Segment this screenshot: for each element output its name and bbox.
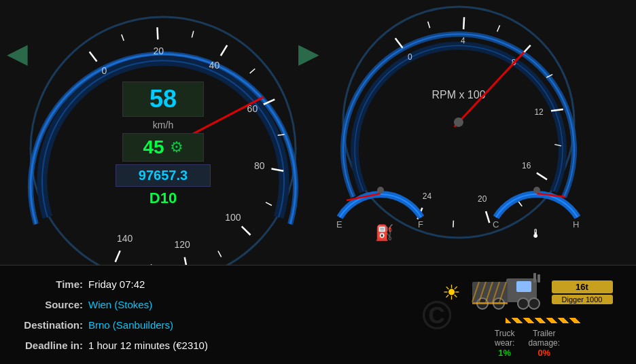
svg-text:120: 120 [175, 239, 191, 250]
cargo-box: 16t Digger 1000 [552, 280, 613, 304]
right-spacer [591, 0, 636, 265]
svg-text:20: 20 [478, 194, 487, 204]
rpm-section: 04812162024 RPM x 100 E F [326, 0, 591, 265]
deadline-row: Deadline in: 1 hour 12 minutes (€2310) [14, 340, 405, 351]
speed-value: 58 [149, 85, 177, 113]
svg-line-1 [90, 52, 97, 61]
svg-text:140: 140 [117, 233, 133, 244]
right-arrow: ▶ [298, 37, 319, 69]
svg-rect-67 [533, 273, 536, 283]
trailer-damage-value: 0% [537, 348, 550, 358]
cargo-weight: 16t [552, 280, 613, 293]
svg-line-4 [192, 31, 193, 38]
deadline-value: 1 hour 12 minutes (€2310) [88, 340, 208, 351]
dest-value: Brno (Sanbuilders) [88, 319, 173, 331]
svg-point-51 [377, 187, 384, 194]
cruise-icon: ⚙ [170, 139, 183, 156]
truck-row: ☀ [442, 272, 613, 312]
svg-text:24: 24 [423, 192, 432, 201]
dest-row: Destination: Brno (Sanbuilders) [14, 319, 405, 331]
left-arrow: ◀ [7, 37, 28, 69]
speedometer: ◀ ▶ 020406080100120140 [0, 0, 326, 265]
deadline-label: Deadline in: [14, 340, 88, 351]
svg-line-36 [518, 201, 522, 206]
svg-line-10 [266, 202, 272, 206]
dest-label: Destination: [14, 319, 88, 331]
svg-line-5 [221, 46, 227, 56]
svg-text:20: 20 [153, 46, 164, 56]
cargo-name: Digger 1000 [552, 295, 613, 304]
svg-line-37 [486, 211, 489, 223]
svg-text:F: F [418, 219, 423, 230]
info-panel: Time: Friday 07:42 Source: Wien (Stokes)… [0, 266, 419, 364]
trailer-damage-label: Trailer [533, 329, 556, 338]
svg-text:🌡: 🌡 [530, 227, 542, 240]
cruise-value: 45 [143, 136, 164, 158]
source-row: Source: Wien (Stokes) [14, 299, 405, 310]
svg-rect-68 [537, 274, 540, 283]
truck-svg [469, 272, 544, 312]
svg-text:E: E [336, 219, 342, 230]
svg-line-11 [242, 226, 251, 235]
odometer-box: 97657.3 [116, 164, 211, 187]
cruise-row: 45 ⚙ [122, 133, 204, 162]
svg-point-66 [529, 298, 540, 309]
gear-display: D10 [149, 189, 177, 207]
odometer-value: 97657.3 [139, 168, 188, 183]
source-value: Wien (Stokes) [88, 299, 152, 310]
svg-point-56 [533, 187, 540, 194]
truck-wear-value: 1% [498, 348, 511, 358]
truck-wear: Truck wear: 1% [495, 329, 515, 358]
svg-line-30 [497, 25, 500, 31]
truck-wear-label: Truck [495, 329, 515, 338]
svg-line-14 [151, 264, 152, 265]
svg-text:0: 0 [101, 65, 107, 76]
svg-text:0: 0 [408, 52, 412, 62]
svg-text:16: 16 [522, 161, 531, 170]
truck-wear-sub: wear: [495, 338, 514, 348]
speed-display: 58 km/h 45 ⚙ 97657.3 D10 [116, 81, 211, 207]
watermark: © [422, 291, 452, 338]
svg-text:100: 100 [225, 212, 241, 223]
time-label: Time: [14, 278, 88, 290]
svg-line-15 [116, 251, 120, 262]
svg-line-29 [463, 17, 464, 29]
svg-line-38 [453, 221, 454, 228]
rpm-svg: 04812162024 RPM x 100 E F [326, 0, 591, 265]
svg-line-35 [537, 173, 547, 180]
svg-text:RPM x 100: RPM x 100 [431, 89, 485, 101]
speed-value-box: 58 [122, 81, 204, 117]
right-panel: © ☀ [419, 266, 636, 364]
svg-text:H: H [573, 219, 579, 230]
svg-text:4: 4 [461, 36, 465, 46]
svg-text:40: 40 [209, 60, 220, 71]
svg-line-28 [428, 22, 430, 29]
svg-line-27 [395, 38, 403, 48]
svg-line-6 [250, 69, 255, 73]
speed-unit: km/h [153, 120, 173, 130]
svg-line-12 [218, 251, 222, 257]
time-row: Time: Friday 07:42 [14, 278, 405, 290]
wear-row: Truck wear: 1% Trailer damage: 0% [495, 329, 560, 358]
svg-text:C: C [493, 219, 499, 230]
trailer-damage: Trailer damage: 0% [528, 329, 560, 358]
svg-text:⛽: ⛽ [375, 223, 394, 242]
svg-line-3 [157, 27, 158, 39]
svg-point-65 [518, 298, 529, 309]
svg-rect-69 [472, 302, 508, 304]
svg-text:12: 12 [534, 107, 544, 117]
trailer-damage-sub: damage: [528, 338, 560, 348]
time-value: Friday 07:42 [88, 278, 145, 290]
bottom-bar: Time: Friday 07:42 Source: Wien (Stokes)… [0, 265, 636, 364]
svg-line-2 [122, 35, 124, 41]
hazard-stripe [506, 318, 580, 323]
svg-text:80: 80 [254, 160, 265, 171]
source-label: Source: [14, 299, 88, 310]
svg-rect-62 [516, 281, 531, 292]
svg-line-13 [185, 257, 188, 265]
